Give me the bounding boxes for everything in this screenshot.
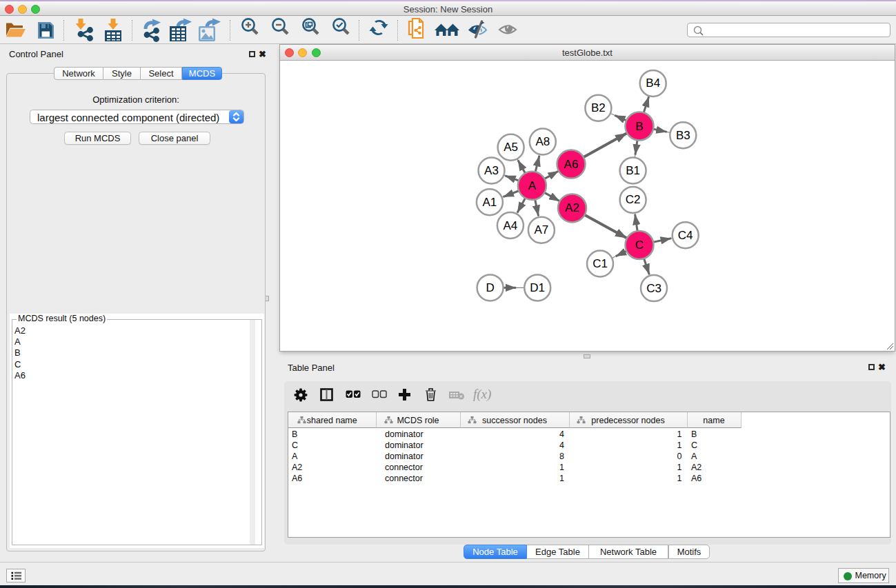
svg-text:A: A: [528, 179, 537, 192]
svg-text:D: D: [486, 281, 494, 294]
svg-text:C2: C2: [626, 193, 641, 206]
svg-text:B3: B3: [676, 129, 690, 142]
svg-text:B2: B2: [591, 101, 606, 114]
svg-text:A1: A1: [483, 196, 497, 209]
svg-text:C1: C1: [593, 257, 608, 270]
svg-text:D1: D1: [530, 281, 545, 294]
svg-text:C: C: [635, 239, 644, 252]
svg-text:B1: B1: [626, 164, 640, 177]
svg-text:C4: C4: [678, 229, 693, 242]
svg-text:A5: A5: [504, 141, 518, 154]
svg-text:B: B: [635, 120, 643, 133]
svg-text:B4: B4: [646, 77, 660, 90]
svg-text:A2: A2: [565, 201, 579, 214]
svg-text:A7: A7: [535, 223, 549, 236]
svg-text:A8: A8: [535, 135, 550, 148]
svg-text:A4: A4: [504, 219, 518, 232]
svg-text:A3: A3: [484, 164, 499, 177]
svg-text:C3: C3: [646, 282, 661, 295]
svg-text:A6: A6: [564, 158, 579, 171]
